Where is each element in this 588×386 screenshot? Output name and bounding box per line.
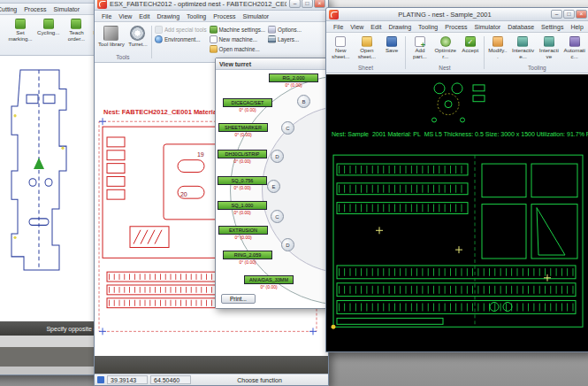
turret-tool-angle: 0° (0.00) (218, 210, 267, 215)
ribbon-tab[interactable]: View (115, 12, 135, 21)
toolbar-button[interactable]: Save (381, 35, 402, 64)
ribbon-tab[interactable]: Edit (367, 23, 385, 32)
minimize-icon[interactable] (289, 0, 301, 8)
interactive-icon (517, 36, 528, 47)
ribbon-tab[interactable]: Drawing (153, 12, 183, 21)
window3-ribbon-tabs: FileViewEditDrawingToolingProcessSimulat… (326, 21, 588, 33)
ribbon-tab[interactable]: Database (504, 23, 538, 32)
print-button[interactable]: Print... (221, 294, 256, 304)
ribbon-group-label: Tooling (487, 64, 587, 71)
turret-diagram: BCDECD RG_2.000 0° (0.00) DICECAC/SET 0°… (216, 70, 327, 308)
turret-tool-angle: 0° (0.00) (218, 185, 267, 190)
toolbar-button[interactable]: Interactive (538, 35, 560, 64)
coordinate-y: 64.50460 (150, 375, 191, 384)
toolbar-button[interactable]: Cycling... (36, 17, 60, 53)
ribbon-menu-item[interactable]: Open machine... (210, 45, 266, 53)
coordinate-x: 39.39143 (107, 375, 148, 384)
ribbon-tab[interactable]: Drawing (385, 23, 415, 32)
automatic-icon (569, 36, 580, 47)
add-special-tools-icon (155, 26, 163, 34)
interactive2-icon (544, 36, 554, 47)
ribbon-menu-item[interactable]: Add special tools (155, 26, 207, 34)
close-icon[interactable] (314, 0, 325, 8)
turret-tool-name: RING_2.059 (223, 251, 272, 259)
ribbon-tab[interactable]: Cutting (0, 5, 20, 14)
ribbon-tab[interactable]: Help (567, 23, 586, 32)
turret-tool-angle: 0° (0.00) (223, 259, 272, 265)
maximize-icon[interactable] (563, 10, 575, 19)
window3-ribbon: New sheet... Open sheet... Save Sheet Ad… (326, 33, 588, 73)
ribbon-tab[interactable]: Process (210, 12, 239, 21)
machine-settings-icon (210, 26, 218, 34)
status-message: Choose function (194, 377, 325, 383)
close-icon[interactable] (576, 10, 587, 19)
dialog-titlebar[interactable]: View turret (216, 58, 327, 70)
ribbon-separator (405, 36, 406, 69)
toolbar-button[interactable]: New sheet... (329, 35, 353, 64)
ribbon-tab[interactable]: Edit (135, 12, 153, 21)
window2-lower-band (95, 356, 328, 374)
toolbar-button[interactable]: Interactive... (510, 35, 536, 64)
window3-nest-canvas[interactable]: Nest: Sample_2001 Material: PL_MS L5 Thi… (326, 73, 588, 351)
turret-tool[interactable]: RG_2.000 0° (0.00) (269, 73, 318, 88)
turret-tool[interactable]: DH30CL/STRIP 0° (0.00) (218, 150, 267, 164)
toolbar-button[interactable]: Modify... (487, 35, 508, 64)
nest-info-text: Nest: Sample_2001 Material: PL_MS L5 Thi… (332, 131, 588, 137)
ribbon-menu-item[interactable]: Machine settings... (210, 26, 266, 34)
open-machine-icon (210, 45, 218, 53)
direction-marker (34, 158, 44, 169)
turret-tool[interactable]: RING_2.059 0° (0.00) (223, 251, 272, 265)
ribbon-tab[interactable]: Process (20, 5, 50, 14)
toolbar-button[interactable]: Automatic... (561, 35, 587, 64)
app-logo-icon (329, 10, 339, 19)
optimizer-icon (440, 36, 451, 47)
turret-tool[interactable]: AN/A/DAS_33MM 0° (0.00) (244, 275, 294, 290)
turret-tool[interactable]: SQ_0.756 0° (0.00) (218, 176, 267, 190)
ribbon-menu-item[interactable]: Options... (268, 26, 302, 34)
turret-tool[interactable]: SHEETMARKER 0° (0.00) (218, 123, 268, 137)
turret-tool-name: DICECAC/SET (223, 98, 272, 107)
ribbon-tab[interactable]: File (330, 23, 347, 32)
ribbon-tab[interactable]: Tooling (183, 12, 210, 21)
ribbon-menu-item[interactable]: Environment... (155, 35, 207, 43)
window-optimized-nest: ESX_FABTECH2012 - optimized nest - FABTE… (94, 0, 329, 386)
ribbon-separator (151, 26, 152, 58)
turret-tool-angle: 0° (0.00) (269, 82, 318, 88)
toolbar-button[interactable]: Teach order... (62, 17, 90, 53)
turret-tool-name: SHEETMARKER (218, 123, 268, 132)
ribbon-tab[interactable]: Settings (538, 23, 567, 32)
window2-title: ESX_FABTECH2012 - optimized nest - FABTE… (110, 0, 286, 8)
ribbon-tab[interactable]: Process (441, 23, 470, 32)
window2-titlebar[interactable]: ESX_FABTECH2012 - optimized nest - FABTE… (95, 0, 328, 11)
turret-tool[interactable]: DICECAC/SET 0° (0.00) (223, 98, 272, 112)
ribbon-menu-item[interactable]: Layers... (268, 35, 302, 43)
ribbon-tab[interactable]: Simulator (50, 5, 83, 14)
ribbon-menu-item[interactable]: New machine... (210, 35, 266, 43)
ribbon-big-button[interactable]: Tool library (97, 24, 126, 53)
ribbon-tab[interactable]: Simulator (240, 12, 273, 21)
minimize-icon[interactable] (551, 10, 562, 19)
toolbar-button[interactable]: Set marking... (6, 17, 34, 53)
tool-library-icon (103, 26, 118, 41)
window3-titlebar[interactable]: PLATING - nest - Sample_2001 (326, 8, 588, 21)
cycling-icon (43, 19, 54, 29)
toolbar-button[interactable]: Open sheet... (355, 35, 380, 64)
turret-tool[interactable]: SQ_1.000 0° (0.00) (218, 201, 267, 215)
ribbon-tab[interactable]: View (347, 23, 367, 32)
new-sheet-icon (335, 36, 346, 47)
new-machine-icon (210, 35, 218, 43)
ribbon-group-label: Tools (97, 53, 149, 60)
maximize-icon[interactable] (302, 0, 313, 8)
accept-check-icon (465, 36, 476, 47)
dimension-marks (376, 227, 551, 281)
ribbon-big-button[interactable]: Turret... (127, 24, 149, 53)
turret-tool[interactable]: EXTRUSION 0° (0.00) (218, 226, 268, 240)
toolbar-button[interactable]: Accept (460, 35, 481, 64)
toolbar-button[interactable]: Add part... (409, 35, 431, 64)
ribbon-tab[interactable]: Tooling (415, 23, 441, 32)
toolbar-button[interactable]: Optimizer... (433, 35, 458, 64)
turret-tool-name: RG_2.000 (269, 73, 318, 82)
ribbon-tab[interactable]: File (98, 12, 115, 21)
ribbon-tab[interactable]: Simulator (471, 23, 505, 32)
environment-globe-icon (155, 35, 163, 43)
